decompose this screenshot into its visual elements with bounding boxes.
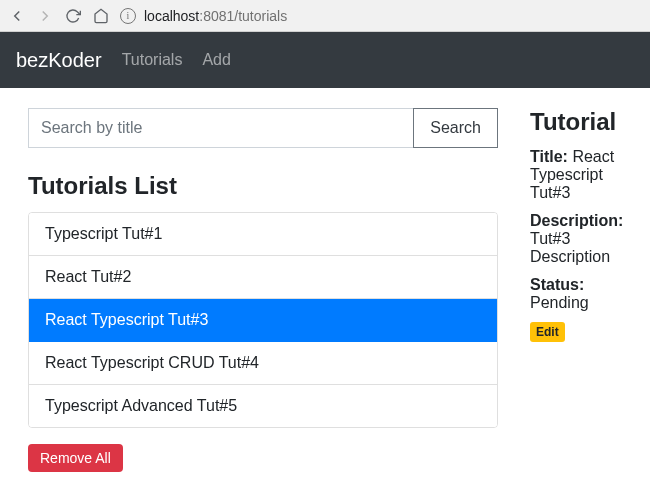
detail-status-row: Status: Pending bbox=[530, 276, 623, 312]
detail-description-label: Description: bbox=[530, 212, 623, 229]
list-item[interactable]: React Tut#2 bbox=[29, 256, 497, 299]
right-column: Tutorial Title: React Typescript Tut#3 D… bbox=[530, 108, 623, 472]
edit-button[interactable]: Edit bbox=[530, 322, 565, 342]
list-item[interactable]: React Typescript CRUD Tut#4 bbox=[29, 342, 497, 385]
detail-status-value: Pending bbox=[530, 294, 589, 311]
main-container: Search Tutorials List Typescript Tut#1Re… bbox=[0, 88, 650, 492]
browser-toolbar: i localhost:8081/tutorials bbox=[0, 0, 650, 32]
app-navbar: bezKoder Tutorials Add bbox=[0, 32, 650, 88]
detail-title-row: Title: React Typescript Tut#3 bbox=[530, 148, 623, 202]
detail-status-label: Status: bbox=[530, 276, 584, 293]
nav-link-add[interactable]: Add bbox=[202, 51, 230, 69]
brand[interactable]: bezKoder bbox=[16, 49, 102, 72]
detail-description-row: Description: Tut#3 Description bbox=[530, 212, 623, 266]
site-info-icon[interactable]: i bbox=[120, 8, 136, 24]
tutorials-list: Typescript Tut#1React Tut#2React Typescr… bbox=[28, 212, 498, 428]
left-column: Search Tutorials List Typescript Tut#1Re… bbox=[28, 108, 498, 472]
remove-all-button[interactable]: Remove All bbox=[28, 444, 123, 472]
home-icon[interactable] bbox=[92, 7, 110, 25]
list-heading: Tutorials List bbox=[28, 172, 498, 200]
address-bar[interactable]: i localhost:8081/tutorials bbox=[120, 8, 642, 24]
detail-title-label: Title: bbox=[530, 148, 568, 165]
search-row: Search bbox=[28, 108, 498, 148]
reload-icon[interactable] bbox=[64, 7, 82, 25]
nav-link-tutorials[interactable]: Tutorials bbox=[122, 51, 183, 69]
list-item[interactable]: React Typescript Tut#3 bbox=[29, 299, 497, 342]
url-host: localhost bbox=[144, 8, 199, 24]
list-item[interactable]: Typescript Advanced Tut#5 bbox=[29, 385, 497, 427]
url-path: :8081/tutorials bbox=[199, 8, 287, 24]
list-item[interactable]: Typescript Tut#1 bbox=[29, 213, 497, 256]
detail-description-value: Tut#3 Description bbox=[530, 230, 610, 265]
search-input[interactable] bbox=[28, 108, 413, 148]
search-button[interactable]: Search bbox=[413, 108, 498, 148]
forward-icon[interactable] bbox=[36, 7, 54, 25]
detail-heading: Tutorial bbox=[530, 108, 623, 136]
back-icon[interactable] bbox=[8, 7, 26, 25]
